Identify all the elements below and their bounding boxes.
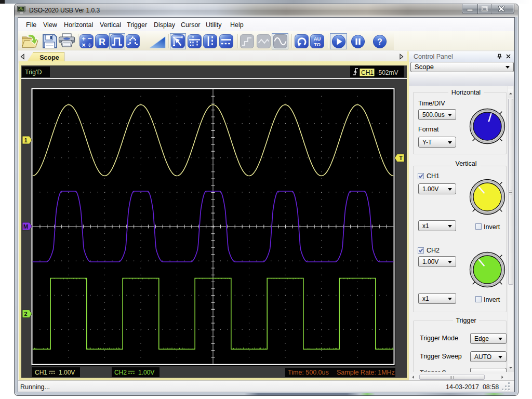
- svg-text:CH1: CH1: [361, 69, 374, 76]
- svg-text:?: ?: [377, 37, 382, 46]
- svg-text:Sample Rate: 1MHz: Sample Rate: 1MHz: [337, 369, 395, 376]
- svg-text:1: 1: [24, 137, 27, 143]
- svg-text:Time: 500.0us: Time: 500.0us: [288, 369, 329, 376]
- svg-text:2: 2: [24, 311, 27, 317]
- svg-text:M: M: [23, 223, 28, 230]
- svg-text:TO: TO: [314, 42, 321, 47]
- svg-text:Trig'D: Trig'D: [25, 69, 42, 76]
- svg-text:AU: AU: [314, 36, 321, 42]
- svg-text:÷: ÷: [87, 41, 91, 49]
- svg-text:×: ×: [82, 41, 86, 49]
- svg-text:1.00V: 1.00V: [138, 369, 154, 376]
- svg-text:R: R: [99, 37, 105, 47]
- svg-text:1.00V: 1.00V: [59, 369, 75, 376]
- svg-text:T: T: [399, 155, 403, 161]
- svg-text:-502mV: -502mV: [377, 69, 398, 76]
- svg-text:CH1: CH1: [35, 369, 47, 376]
- svg-text:CH2: CH2: [114, 369, 127, 376]
